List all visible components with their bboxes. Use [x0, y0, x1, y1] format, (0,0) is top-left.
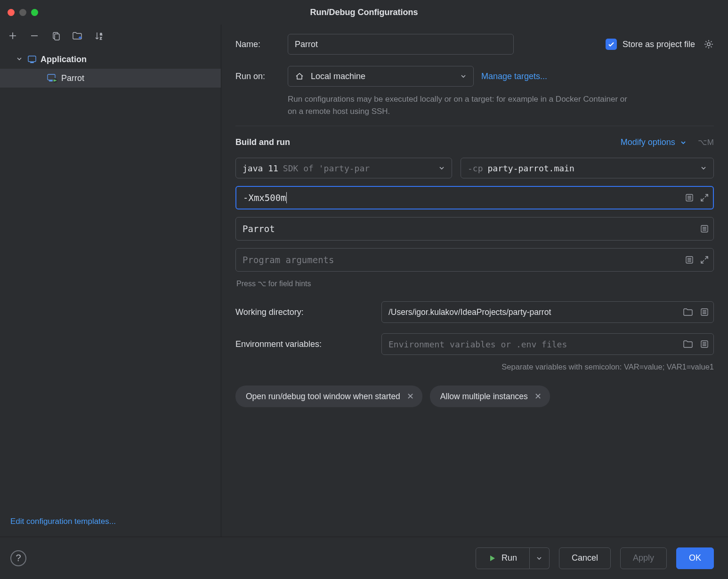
chevron-down-icon [680, 139, 687, 146]
modify-options-link[interactable]: Modify options [621, 137, 675, 147]
list-icon[interactable] [700, 307, 709, 317]
chevron-down-icon [16, 56, 24, 63]
tree-node-application[interactable]: Application [0, 50, 221, 69]
name-label: Name: [235, 40, 280, 49]
window-title: Run/Debug Configurations [0, 8, 728, 17]
list-icon[interactable] [700, 339, 709, 349]
main-class-input[interactable]: Parrot [235, 217, 714, 241]
store-as-project-file-label: Store as project file [623, 40, 695, 49]
run-on-select[interactable]: Local machine [288, 66, 474, 87]
run-on-hint: Run configurations may be executed local… [288, 93, 636, 117]
chevron-down-icon [700, 165, 707, 171]
svg-rect-1 [55, 34, 59, 40]
folder-icon[interactable] [683, 307, 693, 317]
ok-button[interactable]: OK [676, 547, 714, 569]
vm-options-input[interactable]: -Xmx500m [235, 186, 714, 209]
working-directory-label: Working directory: [235, 307, 372, 317]
folder-icon[interactable] [683, 339, 693, 349]
list-icon[interactable] [685, 255, 694, 265]
edit-templates-link[interactable]: Edit configuration templates... [10, 517, 116, 526]
add-configuration-button[interactable] [7, 30, 19, 42]
window-titlebar: Run/Debug Configurations [0, 0, 728, 24]
chip-open-tool-window[interactable]: Open run/debug tool window when started … [235, 386, 422, 407]
run-on-label: Run on: [235, 72, 280, 81]
option-chips: Open run/debug tool window when started … [235, 386, 714, 407]
folder-add-button[interactable] [72, 30, 84, 42]
configurations-sidebar: az Application Parrot Edit configura [0, 24, 221, 537]
store-as-project-file-checkbox[interactable] [606, 39, 617, 50]
environment-variables-input[interactable]: Environment variables or .env files [381, 333, 714, 355]
tree-node-label: Parrot [61, 73, 84, 83]
list-icon[interactable] [685, 193, 694, 202]
sidebar-toolbar: az [0, 24, 221, 47]
expand-icon[interactable] [700, 255, 709, 265]
program-arguments-input[interactable]: Program arguments [235, 248, 714, 272]
build-and-run-title: Build and run [235, 137, 290, 147]
sort-alpha-button[interactable]: az [93, 30, 105, 42]
divider [235, 126, 714, 126]
apply-button[interactable]: Apply [620, 547, 667, 569]
svg-rect-4 [28, 56, 36, 62]
run-dropdown-button[interactable] [530, 547, 550, 569]
svg-rect-5 [30, 62, 34, 63]
expand-icon[interactable] [700, 193, 709, 202]
env-vars-hint: Separate variables with semicolon: VAR=v… [235, 362, 714, 371]
chip-allow-multiple-instances[interactable]: Allow multiple instances ✕ [430, 386, 550, 407]
field-hints-text: Press ⌥ for field hints [236, 279, 714, 288]
jdk-select[interactable]: java 11 SDK of 'party-par [235, 158, 452, 178]
tree-node-parrot[interactable]: Parrot [0, 69, 221, 88]
environment-variables-label: Environment variables: [235, 339, 372, 349]
help-button[interactable]: ? [10, 550, 26, 566]
application-type-icon [27, 55, 37, 64]
svg-rect-7 [49, 80, 53, 81]
configuration-form: Name: Parrot Store as project file Run o… [221, 24, 728, 537]
chevron-down-icon [460, 73, 467, 80]
play-icon [488, 555, 496, 562]
list-icon[interactable] [700, 224, 709, 233]
run-button[interactable]: Run [476, 547, 530, 569]
gear-icon[interactable] [704, 39, 714, 49]
run-config-icon [47, 73, 57, 83]
home-icon [295, 72, 304, 81]
chevron-down-icon [438, 165, 445, 171]
configurations-tree: Application Parrot [0, 47, 221, 509]
remove-configuration-button[interactable] [28, 30, 40, 42]
close-icon[interactable]: ✕ [534, 391, 542, 402]
dialog-footer: ? Run Cancel Apply OK [0, 537, 728, 579]
cancel-button[interactable]: Cancel [559, 547, 611, 569]
classpath-select[interactable]: -cp party-parrot.main [461, 158, 714, 178]
tree-node-label: Application [40, 55, 87, 64]
close-icon[interactable]: ✕ [407, 391, 414, 402]
manage-targets-link[interactable]: Manage targets... [481, 72, 547, 81]
svg-text:z: z [100, 36, 102, 40]
run-button-group: Run [476, 547, 550, 569]
name-input[interactable]: Parrot [288, 34, 514, 55]
svg-point-9 [707, 43, 710, 46]
working-directory-input[interactable]: /Users/igor.kulakov/IdeaProjects/party-p… [381, 301, 714, 323]
copy-configuration-button[interactable] [50, 30, 62, 42]
modify-options-shortcut: ⌥M [698, 137, 714, 147]
